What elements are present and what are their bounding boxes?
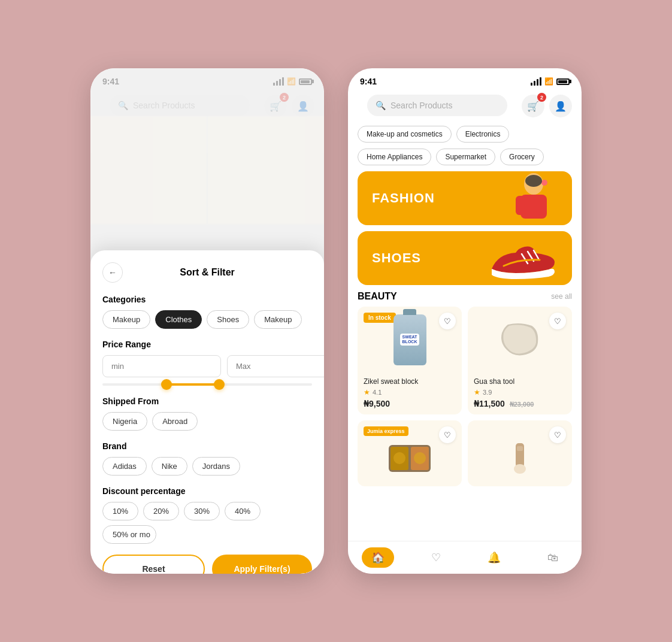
brand-chips: Adidas Nike Jordans [102,457,312,476]
chip-electronics[interactable]: Electronics [456,126,510,143]
range-slider[interactable] [102,383,312,386]
product-rating-1: ★ 4.1 [364,388,456,396]
wishlist-btn-2[interactable]: ♡ [549,313,566,329]
status-bar-right: 9:41 📶 [348,68,582,90]
categories-chips: Makeup Clothes Shoes Makeup [102,310,312,329]
cart-badge-right: 2 [537,93,546,102]
product-card-4[interactable]: ♡ [468,420,572,486]
user-icon-right: 👤 [555,101,567,112]
cart-button-right[interactable]: 🛒 2 [522,95,544,117]
jumia-express-badge: Jumia express [364,426,408,436]
brand-section: Brand Adidas Nike Jordans [102,441,312,476]
product-img-area-2: ♡ [468,307,572,373]
discount-20[interactable]: 20% [143,502,179,520]
shipped-from-section: Shipped From Nigeria Abroad [102,396,312,431]
product-grid: In stock ♡ SWEATBLOCK Zikel sweat block … [348,307,582,486]
svg-point-12 [514,464,526,474]
back-button[interactable]: ← [102,262,123,283]
category-chip-makeup2[interactable]: Makeup [254,310,302,329]
nav-orders[interactable]: 🛍 [538,548,568,568]
fashion-person-svg [504,172,558,225]
bag-icon: 🛍 [547,552,558,564]
wishlist-btn-1[interactable]: ♡ [439,313,456,329]
phone-content: 🔍 Search Products 🛒 2 👤 Make-up and cosm… [348,90,582,574]
brand-adidas[interactable]: Adidas [102,457,147,476]
range-thumb-left[interactable] [161,379,172,390]
nav-home[interactable]: 🏠 [362,547,394,568]
discount-label: Discount percentage [102,486,312,496]
battery-icon-right [556,78,570,85]
shoe-svg [486,236,558,281]
filter-actions: Reset Apply Filter(s) [102,555,312,574]
brand-jordans[interactable]: Jordans [192,457,240,476]
chip-makeup-cosmetics[interactable]: Make-up and cosmetics [358,126,452,143]
category-chip-makeup1[interactable]: Makeup [102,310,150,329]
fashion-figure [486,171,558,225]
wifi-icon-right: 📶 [544,77,553,86]
discount-50[interactable]: 50% or mo [102,525,156,544]
discount-30[interactable]: 30% [184,502,220,520]
search-bar-right[interactable]: 🔍 Search Products [367,95,507,116]
phone-right: 9:41 📶 🔍 Search Products 🛒 [348,68,582,574]
see-all-button[interactable]: see all [551,292,572,301]
shoes-banner[interactable]: SHOES [358,231,572,285]
product-rating-2: ★ 3.9 [474,388,566,396]
svg-rect-3 [536,196,546,215]
discount-chips: 10% 20% 30% 40% 50% or mo [102,502,312,544]
shoe-figure [486,231,558,285]
shipped-nigeria[interactable]: Nigeria [102,412,147,431]
status-icons-right: 📶 [531,77,570,86]
product-card-3[interactable]: ♡ Jumia express [358,420,462,486]
price-max-input[interactable] [227,355,324,377]
shipped-chips: Nigeria Abroad [102,412,312,431]
product-img-area-3: ♡ Jumia express [358,420,462,486]
range-fill [165,383,218,386]
svg-point-9 [393,452,405,464]
brand-nike[interactable]: Nike [152,457,187,476]
svg-point-5 [525,175,542,187]
nav-wishlist[interactable]: ♡ [422,547,450,568]
product-card-2[interactable]: ♡ Gua sha tool ★ 3.9 [468,307,572,414]
svg-point-4 [541,180,547,186]
star-icon-2: ★ [474,388,480,396]
sheet-title: Sort & Filter [123,267,292,278]
price-range-label: Price Range [102,340,312,349]
chip-grocery[interactable]: Grocery [500,149,544,165]
wishlist-btn-4[interactable]: ♡ [549,426,566,443]
chip-home-appliances[interactable]: Home Appliances [358,149,431,165]
heart-nav-icon: ♡ [431,551,441,564]
chip-supermarket[interactable]: Supermarket [436,149,495,165]
fashion-banner[interactable]: FASHION [358,171,572,225]
in-stock-badge-1: In stock [364,313,396,323]
price-min-input[interactable] [102,355,221,377]
user-button-right[interactable]: 👤 [549,95,572,117]
nav-notifications[interactable]: 🔔 [478,547,510,568]
reset-button[interactable]: Reset [102,555,205,574]
svg-rect-13 [517,446,523,451]
apply-button[interactable]: Apply Filter(s) [212,555,312,574]
product-name-1: Zikel sweat block [364,377,456,386]
product-img-area-1: In stock ♡ SWEATBLOCK [358,307,462,373]
bottle-product-img: SWEATBLOCK [393,314,426,365]
cart-icon-right: 🛒 [527,101,539,112]
product-name-2: Gua sha tool [474,377,566,386]
category-chip-shoes[interactable]: Shoes [207,310,249,329]
product-card-1[interactable]: In stock ♡ SWEATBLOCK Zikel sweat block … [358,307,462,414]
shipped-from-label: Shipped From [102,396,312,406]
category-chips-row1: Make-up and cosmetics Electronics [348,126,582,143]
shipped-abroad[interactable]: Abroad [152,412,198,431]
product-info-2: Gua sha tool ★ 3.9 ₦11,500 ₦23,000 [468,373,572,414]
back-icon: ← [108,268,117,277]
search-placeholder-right: Search Products [391,101,499,110]
discount-40[interactable]: 40% [225,502,261,520]
brand-label: Brand [102,441,312,451]
range-thumb-right[interactable] [214,379,225,390]
old-price-2: ₦23,000 [510,401,534,408]
price-range-section: Price Range [102,340,312,386]
discount-10[interactable]: 10% [102,502,138,520]
wishlist-btn-3[interactable]: ♡ [439,426,456,443]
category-chip-clothes[interactable]: Clothes [155,310,202,329]
eyeshadow-img [386,442,434,475]
categories-label: Categories [102,295,312,304]
svg-point-10 [414,452,426,464]
